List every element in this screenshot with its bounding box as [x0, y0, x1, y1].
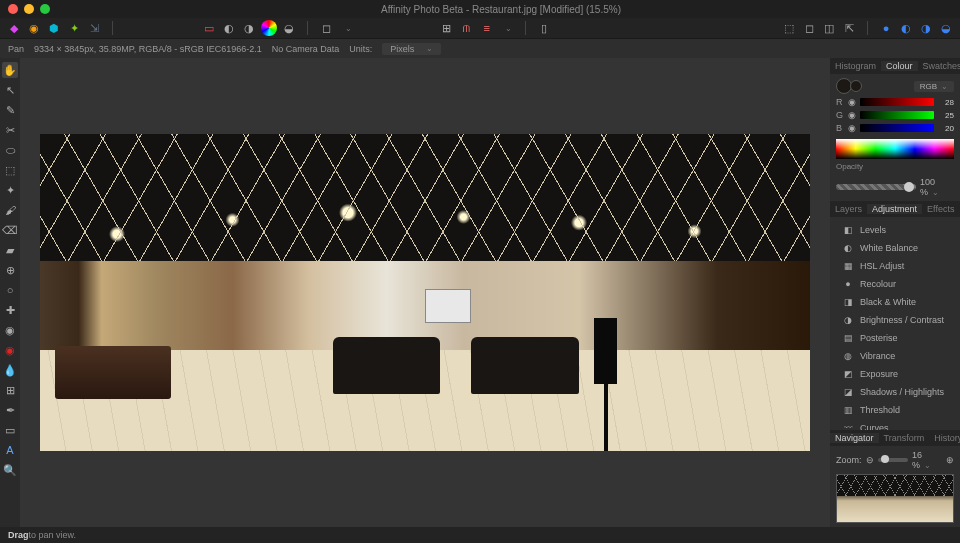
assistant-dropdown[interactable]: [499, 20, 515, 36]
crop-dropdown[interactable]: [338, 20, 354, 36]
g-label: G: [836, 110, 844, 120]
shape-icon[interactable]: ▭: [2, 422, 18, 438]
opacity-slider[interactable]: [836, 184, 916, 190]
layer-mask-icon[interactable]: ◐: [898, 20, 914, 36]
zoom-out-icon[interactable]: ⊖: [866, 455, 874, 465]
persona-photo-icon[interactable]: ◆: [6, 20, 22, 36]
adjustment-item[interactable]: ◑Brightness / Contrast: [836, 311, 954, 329]
layer-fx-icon[interactable]: ●: [878, 20, 894, 36]
tab-histogram[interactable]: Histogram: [830, 61, 881, 71]
erase-icon[interactable]: ⌫: [2, 222, 18, 238]
adjustment-item[interactable]: 〰Curves: [836, 419, 954, 430]
paint-brush-icon[interactable]: 🖌: [2, 202, 18, 218]
selection-brush-icon[interactable]: ⬭: [2, 142, 18, 158]
zoom-icon[interactable]: 🔍: [2, 462, 18, 478]
minimize-icon[interactable]: [24, 4, 34, 14]
dodge-icon[interactable]: ○: [2, 282, 18, 298]
b-label: B: [836, 123, 844, 133]
close-icon[interactable]: [8, 4, 18, 14]
adjustment-item[interactable]: ◨Black & White: [836, 293, 954, 311]
adjustment-label: Exposure: [860, 369, 898, 379]
snapping-icon[interactable]: ⊞: [439, 20, 455, 36]
quickmask-icon[interactable]: ⬚: [781, 20, 797, 36]
adjustment-item[interactable]: ◧Levels: [836, 221, 954, 239]
healing-icon[interactable]: ✚: [2, 302, 18, 318]
redeye-icon[interactable]: ◉: [2, 342, 18, 358]
tab-swatches[interactable]: Swatches: [918, 61, 960, 71]
tab-history[interactable]: History: [929, 433, 960, 443]
tab-layers[interactable]: Layers: [830, 204, 867, 214]
text-icon[interactable]: A: [2, 442, 18, 458]
tab-adjustment[interactable]: Adjustment: [867, 204, 922, 214]
refine-icon[interactable]: ◫: [821, 20, 837, 36]
inpaint-icon[interactable]: ◉: [2, 322, 18, 338]
autowb-icon[interactable]: ◒: [281, 20, 297, 36]
r-value[interactable]: 28: [938, 98, 954, 107]
fill-icon[interactable]: ▰: [2, 242, 18, 258]
navigator-panel-tabs: Navigator Transform History Channels: [830, 430, 960, 446]
hand-tool-icon[interactable]: ✋: [2, 62, 18, 78]
adjustment-label: Threshold: [860, 405, 900, 415]
adjustment-item[interactable]: ▤Posterise: [836, 329, 954, 347]
preview-icon[interactable]: ◻: [801, 20, 817, 36]
colour-picker-icon[interactable]: ✎: [2, 102, 18, 118]
zoom-slider[interactable]: [878, 458, 908, 462]
zoom-in-icon[interactable]: ⊕: [946, 455, 954, 465]
adjustment-item[interactable]: ▦HSL Adjust: [836, 257, 954, 275]
hue-spectrum[interactable]: [836, 139, 954, 159]
opacity-value[interactable]: 100 %: [920, 177, 954, 197]
export-icon[interactable]: ⇱: [841, 20, 857, 36]
crop-mode-icon[interactable]: ◻: [318, 20, 334, 36]
adjustment-item[interactable]: ●Recolour: [836, 275, 954, 293]
alignment-icon[interactable]: ⫙: [459, 20, 475, 36]
zoom-value[interactable]: 16 %: [912, 450, 942, 470]
mesh-icon[interactable]: ⊞: [2, 382, 18, 398]
navigator-thumbnail[interactable]: [836, 474, 954, 523]
tab-effects[interactable]: Effects: [922, 204, 959, 214]
crop-tool-icon[interactable]: ✂: [2, 122, 18, 138]
marquee-icon[interactable]: ⬚: [2, 162, 18, 178]
b-value[interactable]: 20: [938, 124, 954, 133]
adjustment-item[interactable]: ◪Shadows / Highlights: [836, 383, 954, 401]
secondary-colour-well[interactable]: [850, 80, 862, 92]
maximize-icon[interactable]: [40, 4, 50, 14]
persona-export-icon[interactable]: ⇲: [86, 20, 102, 36]
assistant-icon[interactable]: ≡: [479, 20, 495, 36]
autolevels-icon[interactable]: ◐: [221, 20, 237, 36]
b-slider[interactable]: [860, 124, 934, 132]
tab-transform[interactable]: Transform: [879, 433, 930, 443]
adjustment-icon: ◑: [842, 314, 854, 326]
adjustment-label: Vibrance: [860, 351, 895, 361]
g-slider[interactable]: [860, 111, 934, 119]
tab-navigator[interactable]: Navigator: [830, 433, 879, 443]
colour-mode-dropdown[interactable]: RGB: [914, 81, 954, 92]
persona-develop-icon[interactable]: ⬢: [46, 20, 62, 36]
move-tool-icon[interactable]: ↖: [2, 82, 18, 98]
units-dropdown[interactable]: Pixels: [382, 43, 441, 55]
layer-adj-icon[interactable]: ◑: [918, 20, 934, 36]
b-picker-icon[interactable]: ◉: [848, 123, 856, 133]
document-canvas[interactable]: [40, 134, 810, 451]
r-slider[interactable]: [860, 98, 934, 106]
adjustment-item[interactable]: ▥Threshold: [836, 401, 954, 419]
adjustment-label: Levels: [860, 225, 886, 235]
g-picker-icon[interactable]: ◉: [848, 110, 856, 120]
selection-rect-icon[interactable]: ▭: [201, 20, 217, 36]
r-picker-icon[interactable]: ◉: [848, 97, 856, 107]
adjustment-item[interactable]: ◐White Balance: [836, 239, 954, 257]
arrange-icon[interactable]: ▯: [536, 20, 552, 36]
tab-colour[interactable]: Colour: [881, 61, 918, 71]
g-value[interactable]: 25: [938, 111, 954, 120]
canvas-viewport[interactable]: [20, 58, 830, 527]
adjustment-item[interactable]: ◍Vibrance: [836, 347, 954, 365]
persona-liquify-icon[interactable]: ◉: [26, 20, 42, 36]
pen-icon[interactable]: ✒: [2, 402, 18, 418]
autocolours-icon[interactable]: [261, 20, 277, 36]
flood-select-icon[interactable]: ✦: [2, 182, 18, 198]
adjustment-item[interactable]: ◩Exposure: [836, 365, 954, 383]
autocontrast-icon[interactable]: ◑: [241, 20, 257, 36]
blur-icon[interactable]: 💧: [2, 362, 18, 378]
clone-icon[interactable]: ⊕: [2, 262, 18, 278]
layer-live-icon[interactable]: ◒: [938, 20, 954, 36]
persona-tone-icon[interactable]: ✦: [66, 20, 82, 36]
